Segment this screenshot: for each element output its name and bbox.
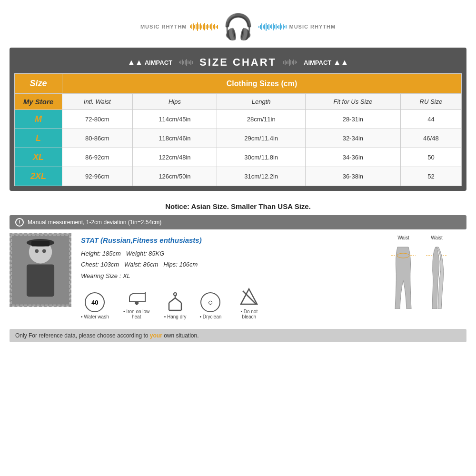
length-cell-3: 31cm/12.2in [217,167,306,186]
iron-icon [127,287,147,307]
table-header-row-2: My Store Intl. Waist Hips Length Fit for… [15,94,462,110]
stat-chest: Chest: 103cm [81,261,119,268]
body-front-figure: Waist [390,235,416,309]
waveform-right [258,22,287,31]
hips-cell-2: 122cm/48in [132,148,217,167]
svg-rect-3 [31,241,50,247]
waist-cell-3: 92-96cm [62,167,133,186]
table-row: 2XL 92-96cm 126cm/50in 31cm/12.2in 36-38… [15,167,462,186]
size-cell-1: L [15,129,62,148]
size-cell-2: XL [15,148,62,167]
size-chart-container: ▲▲ AIMPACT SIZE CHART AIMPACT ▲▲ Size Cl… [10,48,466,191]
music-rhythm-left-text: MUSIC RHYTHM [140,24,187,30]
ru-cell-1: 46/48 [400,129,461,148]
col-length: Length [217,94,306,110]
col-intl-waist: Intl. Waist [62,94,133,110]
col-header-size: Size [15,74,62,94]
table-row: L 80-86cm 118cm/46in 29cm/11.4in 32-34in… [15,129,462,148]
size-cell-3: 2XL [15,167,62,186]
iron-label: • Iron on low heat [122,309,151,319]
hang-icon [165,292,185,312]
size-cell-0: M [15,110,62,129]
hips-cell-0: 114cm/45in [132,110,217,129]
length-cell-2: 30cm/11.8in [217,148,306,167]
body-diagram: Waist Waist [371,233,466,322]
hips-cell-1: 118cm/46in [132,129,217,148]
body-side-figure: Waist [426,235,447,309]
fit-us-cell-0: 28-31in [305,110,400,129]
stat-details: Height: 185cm Weight: 85KG Chest: 103cm … [81,248,362,281]
svg-rect-4 [27,264,54,297]
page-wrapper: MUSIC RHYTHM 🎧 MUSIC RHYTHM ▲▲ AIMPACT [0,0,476,476]
body-front-svg [390,242,416,309]
care-water-wash: 40 • Water wash [81,292,109,319]
wash-label: • Water wash [81,314,109,319]
stat-name: STAT (Russian,Fitness enthusiasts) [81,236,362,244]
measurement-text: Manual measurement, 1-2cm deviation (1in… [28,219,161,226]
info-section: STAT (Russian,Fitness enthusiasts) Heigh… [10,233,466,322]
waist-label-front: Waist [397,235,409,240]
fit-us-cell-1: 32-34in [305,129,400,148]
music-rhythm-right: MUSIC RHYTHM [258,22,336,31]
chart-header-bar: ▲▲ AIMPACT SIZE CHART AIMPACT ▲▲ [14,52,462,73]
dry-icon: ○ [200,292,220,312]
measurement-bar: ! Manual measurement, 1-2cm deviation (1… [10,215,466,229]
stat-waist: Waist: 86cm [124,261,158,268]
reference-text-after: own situation. [162,332,199,339]
reference-highlight: your [150,332,162,339]
waveform-chart-left [179,58,193,67]
bleach-icon [239,287,259,307]
header-section: MUSIC RHYTHM 🎧 MUSIC RHYTHM [10,5,466,48]
col-fit-us: Fit for Us Size [305,94,400,110]
waveform-chart-right [283,58,297,67]
reference-text-before: Only For reference data, please choose a… [15,332,150,339]
ru-cell-0: 44 [400,110,461,129]
reference-bar: Only For reference data, please choose a… [10,329,466,342]
svg-point-5 [35,249,39,253]
hips-cell-3: 126cm/50in [132,167,217,186]
body-side-svg [426,242,447,309]
chart-title: SIZE CHART [199,56,277,69]
svg-rect-9 [136,304,138,305]
stat-wearing: Wearing Size : XL [81,272,130,279]
dry-label: • Dryclean [200,314,222,319]
care-hang-dry: • Hang dry [164,292,187,319]
col-header-clothing-sizes: Clothing Sizes (cm) [62,74,462,94]
music-rhythm-right-text: MUSIC RHYTHM [289,24,336,30]
col-hips: Hips [132,94,217,110]
stat-hips: Hips: 106cm [163,261,198,268]
waveform-left [190,22,218,31]
brand-logo-left: ▲▲ AIMPACT [128,58,172,67]
headphone-icon: 🎧 [223,14,254,39]
notice-text: Notice: Asian Size. Smaller Than USA Siz… [165,202,311,210]
length-cell-0: 28cm/11in [217,110,306,129]
table-header-row-1: Size Clothing Sizes (cm) [15,74,462,94]
size-table: Size Clothing Sizes (cm) My Store Intl. … [14,73,462,186]
size-table-body: M 72-80cm 114cm/45in 28cm/11in 28-31in 4… [15,110,462,186]
svg-point-6 [42,249,46,253]
care-iron: • Iron on low heat [122,287,151,319]
hang-label: • Hang dry [164,314,187,319]
waist-cell-0: 72-80cm [62,110,133,129]
col-my-store: My Store [15,94,62,110]
wash-icon: 40 [85,292,105,312]
table-row: XL 86-92cm 122cm/48in 30cm/11.8in 34-36i… [15,148,462,167]
stat-height: Height: 185cm [81,250,121,257]
svg-rect-8 [135,302,139,304]
care-no-bleach: • Do not bleach [235,287,263,319]
ru-cell-2: 50 [400,148,461,167]
stat-weight: Weight: 85KG [126,250,165,257]
person-svg [10,233,70,307]
waist-cell-1: 80-86cm [62,129,133,148]
waist-label-side: Waist [431,235,443,240]
ru-cell-3: 52 [400,167,461,186]
care-icons-row: 40 • Water wash • Iron on low heat • Han… [81,287,362,319]
col-ru-size: RU Size [400,94,461,110]
care-dryclean: ○ • Dryclean [200,292,222,319]
person-photo [10,233,71,307]
bleach-label: • Do not bleach [235,309,263,319]
headphone-container: 🎧 [223,14,254,39]
svg-point-10 [174,293,177,296]
waist-cell-2: 86-92cm [62,148,133,167]
warning-icon: ! [15,218,24,227]
